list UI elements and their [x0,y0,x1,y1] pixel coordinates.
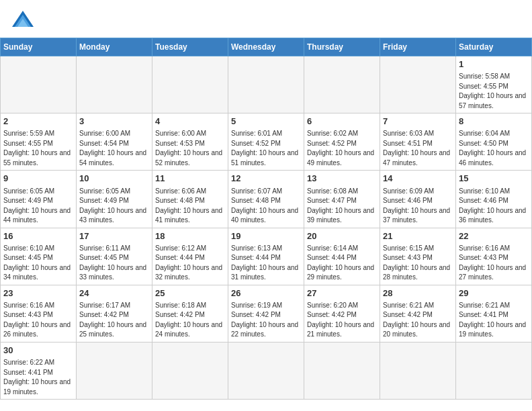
calendar-cell [228,342,304,399]
day-info: Sunrise: 6:11 AM Sunset: 4:45 PM Dayligh… [79,244,149,283]
calendar-cell [304,56,380,113]
calendar-week-row: 30Sunrise: 6:22 AM Sunset: 4:41 PM Dayli… [1,342,532,399]
day-number: 5 [231,116,301,128]
day-number: 21 [383,230,453,242]
weekday-header-tuesday: Tuesday [152,38,228,56]
day-info: Sunrise: 6:06 AM Sunset: 4:48 PM Dayligh… [155,187,225,226]
day-info: Sunrise: 6:09 AM Sunset: 4:46 PM Dayligh… [383,187,453,226]
calendar-cell: 30Sunrise: 6:22 AM Sunset: 4:41 PM Dayli… [1,342,77,399]
calendar-cell: 2Sunrise: 5:59 AM Sunset: 4:55 PM Daylig… [1,113,77,171]
calendar-cell: 8Sunrise: 6:04 AM Sunset: 4:50 PM Daylig… [456,113,532,171]
day-info: Sunrise: 6:05 AM Sunset: 4:49 PM Dayligh… [3,187,73,226]
calendar-cell [1,56,77,113]
day-number: 28 [383,287,453,300]
day-info: Sunrise: 6:01 AM Sunset: 4:52 PM Dayligh… [231,129,301,168]
calendar-cell: 16Sunrise: 6:10 AM Sunset: 4:45 PM Dayli… [1,228,77,285]
calendar-cell: 12Sunrise: 6:07 AM Sunset: 4:48 PM Dayli… [228,171,304,228]
day-number: 25 [155,287,225,300]
calendar-cell: 27Sunrise: 6:20 AM Sunset: 4:42 PM Dayli… [304,285,380,342]
calendar-cell: 26Sunrise: 6:19 AM Sunset: 4:42 PM Dayli… [228,285,304,342]
calendar-cell: 11Sunrise: 6:06 AM Sunset: 4:48 PM Dayli… [152,171,228,228]
calendar-cell: 10Sunrise: 6:05 AM Sunset: 4:49 PM Dayli… [77,171,152,228]
calendar-cell: 17Sunrise: 6:11 AM Sunset: 4:45 PM Dayli… [77,228,152,285]
day-info: Sunrise: 6:00 AM Sunset: 4:53 PM Dayligh… [155,129,225,168]
calendar-cell: 22Sunrise: 6:16 AM Sunset: 4:43 PM Dayli… [456,228,532,285]
day-number: 6 [307,116,377,128]
weekday-header-friday: Friday [380,38,456,56]
day-number: 20 [307,230,377,242]
day-info: Sunrise: 6:16 AM Sunset: 4:43 PM Dayligh… [459,244,529,283]
day-info: Sunrise: 6:02 AM Sunset: 4:52 PM Dayligh… [307,129,377,168]
day-number: 22 [459,230,529,242]
calendar-wrapper: SundayMondayTuesdayWednesdayThursdayFrid… [0,38,532,408]
day-number: 15 [459,173,529,185]
day-number: 7 [383,116,453,128]
calendar-cell: 3Sunrise: 6:00 AM Sunset: 4:54 PM Daylig… [77,113,152,171]
day-number: 12 [231,173,301,185]
day-info: Sunrise: 6:19 AM Sunset: 4:42 PM Dayligh… [231,301,301,340]
day-info: Sunrise: 6:00 AM Sunset: 4:54 PM Dayligh… [79,129,149,168]
day-info: Sunrise: 6:15 AM Sunset: 4:43 PM Dayligh… [383,244,453,283]
weekday-header-sunday: Sunday [1,38,77,56]
calendar-week-row: 2Sunrise: 5:59 AM Sunset: 4:55 PM Daylig… [1,113,532,171]
day-info: Sunrise: 6:16 AM Sunset: 4:43 PM Dayligh… [3,301,73,340]
calendar-cell: 7Sunrise: 6:03 AM Sunset: 4:51 PM Daylig… [380,113,456,171]
day-number: 1 [459,58,529,71]
calendar-cell [77,342,152,399]
calendar-cell: 25Sunrise: 6:18 AM Sunset: 4:42 PM Dayli… [152,285,228,342]
day-info: Sunrise: 6:08 AM Sunset: 4:47 PM Dayligh… [307,187,377,226]
day-info: Sunrise: 6:20 AM Sunset: 4:42 PM Dayligh… [307,301,377,340]
weekday-header-row: SundayMondayTuesdayWednesdayThursdayFrid… [1,38,532,56]
day-number: 27 [307,287,377,300]
day-number: 26 [231,287,301,300]
day-info: Sunrise: 6:10 AM Sunset: 4:46 PM Dayligh… [459,187,529,226]
calendar-cell: 19Sunrise: 6:13 AM Sunset: 4:44 PM Dayli… [228,228,304,285]
day-info: Sunrise: 6:05 AM Sunset: 4:49 PM Dayligh… [79,187,149,226]
weekday-header-wednesday: Wednesday [228,38,304,56]
day-number: 23 [3,287,73,300]
day-info: Sunrise: 6:18 AM Sunset: 4:42 PM Dayligh… [155,301,225,340]
day-info: Sunrise: 6:10 AM Sunset: 4:45 PM Dayligh… [3,244,73,283]
day-info: Sunrise: 6:12 AM Sunset: 4:44 PM Dayligh… [155,244,225,283]
calendar-cell: 21Sunrise: 6:15 AM Sunset: 4:43 PM Dayli… [380,228,456,285]
day-number: 18 [155,230,225,242]
day-number: 24 [79,287,149,300]
day-number: 4 [155,116,225,128]
day-number: 16 [3,230,73,242]
day-info: Sunrise: 5:59 AM Sunset: 4:55 PM Dayligh… [3,129,73,168]
day-info: Sunrise: 6:22 AM Sunset: 4:41 PM Dayligh… [3,358,73,397]
calendar-body: 1Sunrise: 5:58 AM Sunset: 4:55 PM Daylig… [1,56,532,400]
logo-icon [11,8,35,32]
day-number: 17 [79,230,149,242]
day-info: Sunrise: 6:13 AM Sunset: 4:44 PM Dayligh… [231,244,301,283]
calendar-week-row: 16Sunrise: 6:10 AM Sunset: 4:45 PM Dayli… [1,228,532,285]
weekday-header-monday: Monday [77,38,152,56]
day-number: 14 [383,173,453,185]
day-number: 2 [3,116,73,128]
day-info: Sunrise: 6:17 AM Sunset: 4:42 PM Dayligh… [79,301,149,340]
calendar-header: SundayMondayTuesdayWednesdayThursdayFrid… [1,38,532,56]
day-number: 30 [3,345,73,357]
day-info: Sunrise: 6:03 AM Sunset: 4:51 PM Dayligh… [383,129,453,168]
calendar-cell [304,342,380,399]
calendar-table: SundayMondayTuesdayWednesdayThursdayFrid… [0,38,532,400]
calendar-cell: 9Sunrise: 6:05 AM Sunset: 4:49 PM Daylig… [1,171,77,228]
calendar-cell: 6Sunrise: 6:02 AM Sunset: 4:52 PM Daylig… [304,113,380,171]
calendar-cell: 1Sunrise: 5:58 AM Sunset: 4:55 PM Daylig… [456,56,532,113]
calendar-cell [77,56,152,113]
calendar-cell: 23Sunrise: 6:16 AM Sunset: 4:43 PM Dayli… [1,285,77,342]
calendar-week-row: 9Sunrise: 6:05 AM Sunset: 4:49 PM Daylig… [1,171,532,228]
calendar-cell: 14Sunrise: 6:09 AM Sunset: 4:46 PM Dayli… [380,171,456,228]
calendar-cell [152,342,228,399]
calendar-cell: 13Sunrise: 6:08 AM Sunset: 4:47 PM Dayli… [304,171,380,228]
calendar-week-row: 1Sunrise: 5:58 AM Sunset: 4:55 PM Daylig… [1,56,532,113]
day-info: Sunrise: 6:21 AM Sunset: 4:41 PM Dayligh… [459,301,529,340]
calendar-cell [456,342,532,399]
day-info: Sunrise: 6:04 AM Sunset: 4:50 PM Dayligh… [459,129,529,168]
day-number: 29 [459,287,529,300]
day-info: Sunrise: 6:07 AM Sunset: 4:48 PM Dayligh… [231,187,301,226]
calendar-cell: 15Sunrise: 6:10 AM Sunset: 4:46 PM Dayli… [456,171,532,228]
day-info: Sunrise: 5:58 AM Sunset: 4:55 PM Dayligh… [459,72,529,111]
weekday-header-saturday: Saturday [456,38,532,56]
day-number: 13 [307,173,377,185]
